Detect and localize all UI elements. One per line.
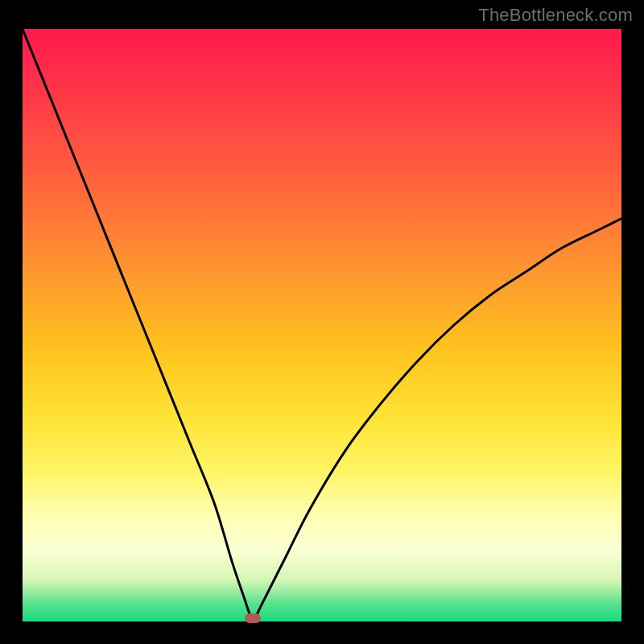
bottleneck-curve-svg bbox=[23, 29, 621, 621]
watermark-text: TheBottleneck.com bbox=[478, 5, 633, 26]
optimum-marker bbox=[245, 613, 261, 623]
chart-frame: TheBottleneck.com bbox=[0, 0, 644, 644]
bottleneck-curve bbox=[23, 29, 621, 622]
